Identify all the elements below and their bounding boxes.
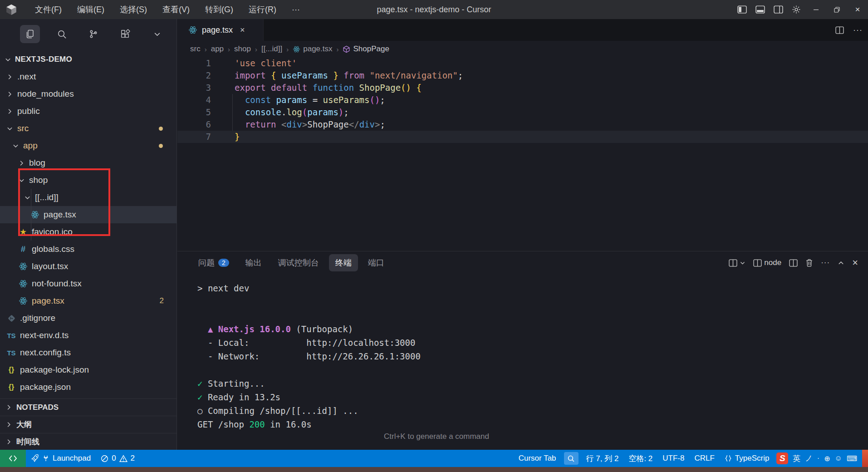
menu-item-4[interactable]: 转到(G): [197, 0, 241, 19]
section-大纲[interactable]: 大纲: [0, 416, 177, 433]
layout-sidebar-right-icon[interactable]: [769, 0, 787, 19]
cursor-logo-icon: [5, 4, 17, 15]
settings-gear-icon[interactable]: [787, 0, 805, 19]
tree-file-not-found.tsx[interactable]: not-found.tsx: [0, 275, 177, 292]
close-icon[interactable]: ×: [240, 25, 245, 35]
restore-button[interactable]: [826, 0, 847, 19]
menu-item-1[interactable]: 编辑(E): [69, 0, 112, 19]
close-button[interactable]: ×: [847, 0, 868, 19]
minimize-button[interactable]: [805, 0, 826, 19]
chevron-up-action[interactable]: [838, 260, 844, 266]
line-number: 2: [177, 69, 211, 82]
tab-page-tsx[interactable]: page.tsx ×: [177, 19, 264, 41]
terminal-output[interactable]: > next dev ▲ Next.js 16.0.0 (Turbopack) …: [177, 274, 421, 431]
trash-action[interactable]: [805, 259, 813, 267]
breadcrumb-label: shop: [234, 44, 251, 54]
activity-bar: [20, 24, 167, 44]
activity-search[interactable]: [52, 25, 72, 43]
tree-file-next-env.d.ts[interactable]: TSnext-env.d.ts: [0, 327, 177, 344]
file-icon: [18, 262, 28, 271]
breadcrumb-src[interactable]: src: [190, 44, 201, 54]
encoding-status[interactable]: UTF-8: [657, 450, 689, 467]
activity-source-control[interactable]: [83, 25, 103, 43]
tree-file-layout.tsx[interactable]: layout.tsx: [0, 258, 177, 275]
pane-action[interactable]: [789, 259, 798, 267]
ime-tray-icon-3[interactable]: ☺: [833, 454, 844, 462]
ellipsis-action[interactable]: ···: [821, 258, 830, 267]
ime-tray-icon-2[interactable]: ⊕: [822, 454, 832, 463]
tree-item-label: next.config.ts: [20, 348, 71, 358]
breadcrumb-[[...id]][interactable]: [[...id]]: [261, 44, 282, 54]
close-action[interactable]: ×: [852, 257, 858, 269]
titlebar: 文件(F)编辑(E)选择(S)查看(V)转到(G)运行(R)··· page.t…: [0, 0, 868, 19]
encoding-status-label: UTF-8: [662, 454, 684, 463]
cursor-position-status[interactable]: 行 7, 列 2: [581, 450, 624, 467]
line-number: 5: [177, 106, 211, 118]
breadcrumb-shop[interactable]: shop: [234, 44, 251, 54]
tree-file-next.config.ts[interactable]: TSnext.config.ts: [0, 344, 177, 361]
sogou-ime-icon[interactable]: S: [776, 452, 788, 464]
more-actions-icon[interactable]: ···: [853, 25, 863, 35]
layout-sidebar-left-icon[interactable]: [733, 0, 751, 19]
tree-folder-app[interactable]: app: [0, 137, 177, 154]
inline-search-button[interactable]: [564, 452, 579, 465]
cube-icon: [343, 45, 350, 53]
code-line-5: 5 console.log(params);: [177, 106, 868, 118]
breadcrumb-separator: ›: [255, 45, 257, 53]
terminal-line-5: - Local: http://localhost:3000: [197, 336, 421, 349]
warning-count: 2: [131, 454, 135, 463]
layout-panel-icon[interactable]: [751, 0, 769, 19]
panel-tab-label: 调试控制台: [278, 257, 319, 268]
section-NOTEPADS[interactable]: NOTEPADS: [0, 398, 177, 416]
cursor-tab-status[interactable]: Cursor Tab: [514, 450, 561, 467]
file-icon: TS: [6, 332, 16, 339]
menu-item-0[interactable]: 文件(F): [27, 0, 69, 19]
breadcrumb-app[interactable]: app: [211, 44, 224, 54]
menu-item-6[interactable]: ···: [284, 0, 308, 19]
panel-tab-输出[interactable]: 输出: [239, 254, 268, 271]
language-status[interactable]: TypeScrip: [720, 450, 775, 467]
tree-folder-src[interactable]: src: [0, 120, 177, 137]
code-editor[interactable]: 1'use client'2import { useParams } from …: [177, 57, 868, 251]
menu-item-2[interactable]: 选择(S): [112, 0, 155, 19]
panel-tab-调试控制台[interactable]: 调试控制台: [272, 254, 325, 271]
activity-chevron-down[interactable]: [147, 25, 167, 43]
explorer-root-header[interactable]: NEXTJS-DEMO: [0, 51, 177, 68]
ime-tray-icon-1[interactable]: ·: [815, 454, 822, 462]
menu-item-3[interactable]: 查看(V): [155, 0, 197, 19]
split-chevron-action[interactable]: [729, 259, 745, 267]
tree-file-package.json[interactable]: {}package.json: [0, 379, 177, 396]
panel-tab-端口[interactable]: 端口: [362, 254, 391, 271]
activity-files[interactable]: [20, 25, 40, 43]
ime-tray-icon-0[interactable]: ノ: [803, 454, 814, 463]
ime-tray-icon-4[interactable]: ⌨: [844, 454, 859, 463]
split-editor-icon[interactable]: [835, 26, 844, 34]
problems-status[interactable]: 0 2: [96, 450, 140, 467]
tree-file-package-lock.json[interactable]: {}package-lock.json: [0, 361, 177, 379]
menu-item-5[interactable]: 运行(R): [241, 0, 284, 19]
panel-tab-终端[interactable]: 终端: [329, 254, 358, 271]
line-text: }: [235, 131, 240, 143]
tree-folder-node_modules[interactable]: node_modules: [0, 85, 177, 103]
tree-folder-public[interactable]: public: [0, 103, 177, 120]
code-line-4: 4 const params = useParams();: [177, 94, 868, 106]
ime-lang-indicator[interactable]: 英: [790, 453, 803, 464]
breadcrumb-page.tsx[interactable]: page.tsx: [293, 44, 332, 54]
tree-file-.gitignore[interactable]: .gitignore: [0, 310, 177, 327]
breadcrumb-ShopPage[interactable]: ShopPage: [343, 44, 389, 54]
indentation-status[interactable]: 空格: 2: [623, 450, 657, 467]
terminal-line-6: - Network: http://26.26.26.1:3000: [197, 349, 421, 363]
chevron-right-icon: [6, 91, 13, 98]
eol-status[interactable]: CRLF: [689, 450, 719, 467]
remote-indicator[interactable]: [0, 450, 26, 467]
file-icon: #: [18, 244, 28, 254]
tree-folder-.next[interactable]: .next: [0, 68, 177, 85]
terminal-hint: Ctrl+K to generate a command: [384, 432, 489, 441]
pane-node-action[interactable]: node: [753, 258, 781, 267]
tree-file-page.tsx[interactable]: page.tsx2: [0, 292, 177, 310]
launchpad-button[interactable]: Launchpad: [26, 450, 96, 467]
section-时间线[interactable]: 时间线: [0, 433, 177, 450]
tree-file-globals.css[interactable]: #globals.css: [0, 241, 177, 258]
panel-tab-问题[interactable]: 问题2: [192, 254, 235, 271]
activity-extensions[interactable]: [115, 25, 135, 43]
